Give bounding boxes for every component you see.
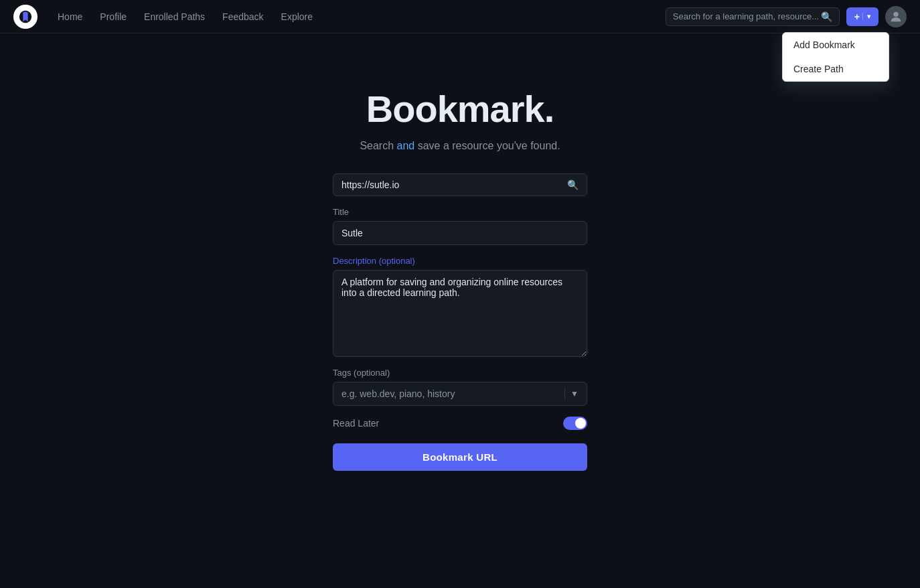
tags-chevron-icon[interactable]: ▼ [570, 389, 579, 398]
page-subtitle: Search and save a resource you've found. [360, 140, 560, 152]
url-input[interactable]: https://sutle.io [341, 179, 567, 190]
title-input[interactable]: Sutle [333, 221, 587, 245]
nav-home[interactable]: Home [51, 7, 89, 26]
tags-label: Tags (optional) [333, 368, 587, 378]
submit-button[interactable]: Bookmark URL [333, 443, 587, 471]
nav-feedback[interactable]: Feedback [216, 7, 270, 26]
read-later-label: Read Later [333, 418, 379, 429]
chevron-down-icon: ▾ [862, 13, 870, 20]
url-row: https://sutle.io 🔍 [333, 173, 587, 196]
logo[interactable] [13, 5, 37, 29]
tags-divider [564, 388, 565, 400]
nav-profile[interactable]: Profile [93, 7, 133, 26]
search-input[interactable] [673, 11, 821, 21]
tags-row: ▼ [333, 382, 587, 406]
dropdown-create-path[interactable]: Create Path [783, 57, 889, 81]
subtitle-text1: Search [360, 140, 396, 151]
add-button-label: + [854, 11, 860, 22]
read-later-toggle[interactable] [563, 417, 587, 430]
nav-enrolled-paths[interactable]: Enrolled Paths [137, 7, 212, 26]
dropdown-menu: Add Bookmark Create Path [782, 32, 889, 82]
read-later-row: Read Later [333, 417, 587, 430]
svg-point-1 [893, 11, 898, 16]
page-title: Bookmark. [366, 87, 554, 131]
title-label: Title [333, 207, 587, 217]
description-label: Description (optional) [333, 256, 587, 266]
search-icon[interactable]: 🔍 [821, 11, 832, 22]
nav-links: Home Profile Enrolled Paths Feedback Exp… [51, 7, 666, 26]
avatar[interactable] [885, 6, 907, 27]
dropdown-add-bookmark[interactable]: Add Bookmark [783, 33, 889, 57]
add-button[interactable]: + ▾ [846, 7, 878, 26]
navbar: Home Profile Enrolled Paths Feedback Exp… [0, 0, 920, 33]
bookmark-form: https://sutle.io 🔍 Title Sutle Descripti… [333, 173, 587, 471]
nav-explore[interactable]: Explore [275, 7, 319, 26]
search-bar: 🔍 [666, 7, 840, 26]
subtitle-text2: save a resource you've found. [414, 140, 560, 151]
tags-input[interactable] [341, 388, 559, 399]
description-textarea[interactable]: A platform for saving and organizing onl… [333, 270, 587, 357]
url-search-icon[interactable]: 🔍 [567, 179, 579, 190]
navbar-right: 🔍 + ▾ [666, 6, 907, 27]
main-content: Bookmark. Search and save a resource you… [0, 33, 920, 471]
subtitle-highlight: and [397, 140, 415, 151]
